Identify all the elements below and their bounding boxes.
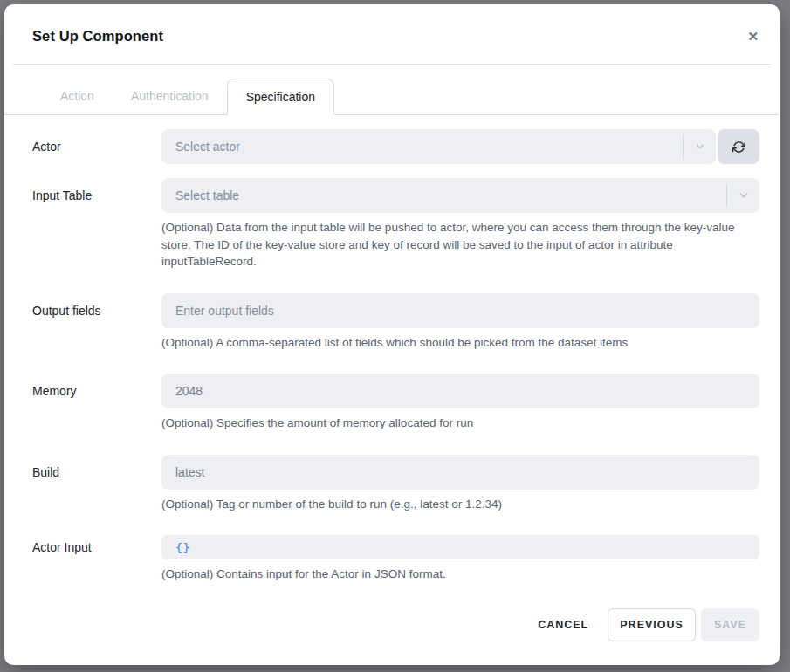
actor-select-placeholder: Select actor bbox=[175, 140, 683, 154]
actor-select[interactable]: Select actor bbox=[161, 129, 716, 164]
specification-form: Actor Select actor bbox=[4, 115, 780, 608]
build-help-text: (Optional) Tag or number of the build to… bbox=[161, 496, 759, 513]
chevron-down-icon[interactable] bbox=[684, 141, 716, 153]
form-row-build: Build (Optional) Tag or number of the bu… bbox=[32, 455, 759, 513]
input-table-help-text: (Optional) Data from the input table wil… bbox=[161, 219, 759, 271]
input-table-select-placeholder: Select table bbox=[175, 189, 726, 202]
refresh-actors-button[interactable] bbox=[718, 129, 759, 164]
save-button[interactable]: SAVE bbox=[701, 608, 759, 641]
input-table-select[interactable]: Select table bbox=[161, 178, 759, 213]
modal-footer: CANCEL PREVIOUS SAVE bbox=[4, 608, 780, 665]
close-icon[interactable]: ✕ bbox=[747, 30, 759, 43]
actor-input-json-editor[interactable]: {} bbox=[161, 535, 759, 559]
form-row-output-fields: Output fields (Optional) A comma-separat… bbox=[32, 293, 759, 352]
previous-button[interactable]: PREVIOUS bbox=[608, 608, 696, 641]
tab-specification[interactable]: Specification bbox=[227, 79, 334, 115]
actor-input-help-text: (Optional) Contains input for the Actor … bbox=[161, 566, 759, 583]
actor-label: Actor bbox=[32, 129, 161, 164]
build-label: Build bbox=[32, 455, 161, 513]
output-fields-input[interactable] bbox=[161, 293, 759, 328]
tab-bar: Action Authentication Specification bbox=[4, 65, 780, 115]
actor-input-json-value: {} bbox=[175, 541, 191, 554]
cancel-button[interactable]: CANCEL bbox=[526, 608, 601, 641]
tab-action[interactable]: Action bbox=[42, 79, 113, 114]
build-input[interactable] bbox=[161, 455, 759, 490]
output-fields-help-text: (Optional) A comma-separated list of fie… bbox=[161, 334, 759, 352]
form-row-input-table: Input Table Select table (Optional) Data… bbox=[32, 178, 759, 271]
tab-authentication[interactable]: Authentication bbox=[113, 79, 227, 114]
setup-component-modal: Set Up Component ✕ Action Authentication… bbox=[4, 4, 780, 665]
memory-input[interactable] bbox=[161, 374, 759, 408]
memory-help-text: (Optional) Specifies the amount of memor… bbox=[161, 415, 759, 432]
form-row-actor-input: Actor Input {} (Optional) Contains input… bbox=[32, 535, 759, 583]
input-table-label: Input Table bbox=[32, 178, 161, 271]
output-fields-label: Output fields bbox=[32, 293, 161, 352]
refresh-icon bbox=[732, 141, 745, 154]
modal-header: Set Up Component ✕ bbox=[4, 4, 780, 64]
actor-input-label: Actor Input bbox=[32, 535, 161, 583]
chevron-down-icon[interactable] bbox=[727, 189, 759, 202]
memory-label: Memory bbox=[32, 374, 161, 432]
modal-title: Set Up Component bbox=[32, 28, 163, 45]
form-row-actor: Actor Select actor bbox=[32, 129, 759, 164]
form-row-memory: Memory (Optional) Specifies the amount o… bbox=[32, 374, 759, 432]
